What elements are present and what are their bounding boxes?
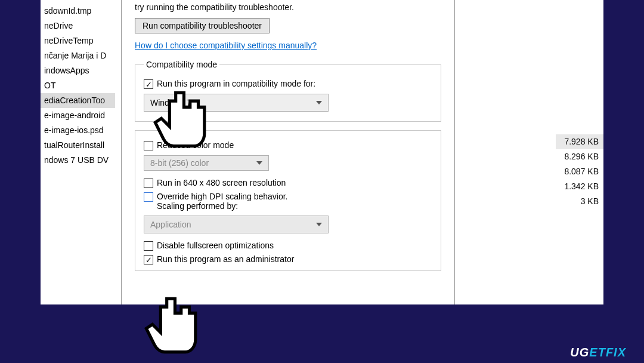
file-row[interactable]: nčanje Marija i D — [41, 48, 115, 63]
file-row[interactable]: e-image-android — [41, 108, 115, 123]
reduced-color-selected: 8-bit (256) color — [150, 158, 209, 168]
file-row[interactable]: sdownId.tmp — [41, 4, 115, 19]
run-640x480-checkbox[interactable] — [144, 179, 153, 188]
file-row[interactable]: e-image-ios.psd — [41, 123, 115, 138]
file-row[interactable]: ndows 7 USB DV — [41, 153, 115, 168]
intro-text: try running the compatibility troublesho… — [135, 2, 441, 12]
size-cell: 1.342 KB — [556, 179, 603, 194]
file-row[interactable]: tualRouterInstall — [41, 138, 115, 153]
size-cell: 3 KB — [556, 194, 603, 209]
override-dpi-checkbox[interactable] — [144, 192, 153, 202]
override-dpi-label: Override high DPI scaling behavior. Scal… — [157, 192, 287, 211]
compat-mode-checkbox[interactable] — [144, 79, 153, 89]
run-troubleshooter-button[interactable]: Run compatibility troubleshooter — [135, 18, 270, 33]
compatibility-tab: try running the compatibility troublesho… — [121, 0, 455, 304]
file-row[interactable]: OT — [41, 78, 115, 93]
compat-os-dropdown[interactable]: Windows 7 — [144, 94, 329, 112]
run-as-admin-label: Run this program as an administrator — [157, 254, 294, 264]
help-link[interactable]: How do I choose compatibility settings m… — [135, 41, 317, 50]
chevron-down-icon — [316, 101, 322, 104]
size-cell: 7.928 KB — [556, 134, 603, 149]
run-640x480-label: Run in 640 x 480 screen resolution — [157, 178, 286, 187]
file-size-column: 7.928 KB 8.296 KB 8.087 KB 1.342 KB 3 KB — [556, 134, 603, 209]
dpi-scaling-dropdown[interactable]: Application — [144, 216, 329, 233]
compatibility-mode-legend: Compatibility mode — [144, 60, 219, 69]
size-cell: 8.087 KB — [556, 164, 603, 179]
file-row[interactable]: indowsApps — [41, 63, 115, 78]
file-row-selected[interactable]: ediaCreationToo — [41, 93, 115, 108]
file-name-column: sdownId.tmp neDrive neDriveTemp nčanje M… — [41, 0, 115, 304]
reduced-color-dropdown[interactable]: 8-bit (256) color — [144, 155, 269, 171]
dpi-scaling-selected: Application — [150, 220, 191, 229]
reduced-color-checkbox[interactable] — [144, 141, 153, 150]
chevron-down-icon — [256, 161, 262, 165]
disable-fullscreen-label: Disable fullscreen optimizations — [157, 241, 274, 250]
watermark: UGETFIX — [570, 346, 626, 359]
reduced-color-label: Reduced color mode — [157, 140, 234, 150]
size-cell: 8.296 KB — [556, 149, 603, 164]
compat-os-selected: Windows 7 — [150, 98, 191, 107]
file-row[interactable]: neDriveTemp — [41, 33, 115, 48]
compat-mode-label: Run this program in compatibility mode f… — [157, 79, 315, 88]
chevron-down-icon — [316, 223, 322, 226]
explorer-window: sdownId.tmp neDrive neDriveTemp nčanje M… — [41, 0, 603, 304]
run-as-admin-checkbox[interactable] — [144, 255, 153, 264]
disable-fullscreen-checkbox[interactable] — [144, 241, 153, 251]
settings-group: Reduced color mode 8-bit (256) color Run… — [135, 130, 441, 271]
screenshot-frame: sdownId.tmp neDrive neDriveTemp nčanje M… — [17, 0, 627, 327]
file-row[interactable]: neDrive — [41, 19, 115, 33]
compatibility-mode-group: Compatibility mode Run this program in c… — [135, 60, 441, 122]
